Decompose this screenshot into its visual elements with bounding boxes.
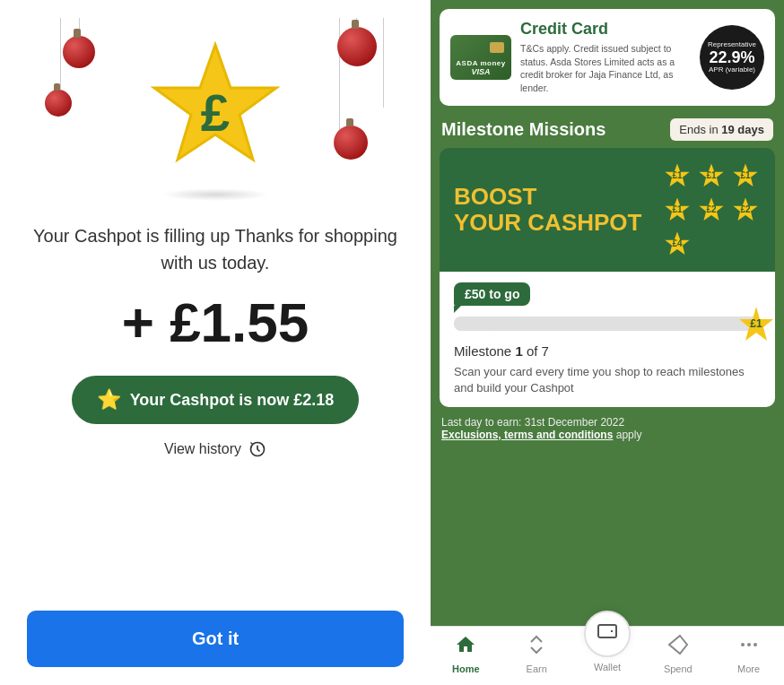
home-icon [455, 634, 476, 661]
exclusions-suffix: apply [616, 429, 642, 441]
spend-icon [667, 634, 689, 661]
card-title: Credit Card [520, 20, 691, 39]
card-chip [490, 42, 504, 53]
star-icon: ⭐ [97, 388, 121, 412]
more-icon [738, 634, 760, 661]
progress-container: £1 [454, 316, 761, 331]
fifty-to-go-badge: £50 to go [454, 282, 530, 306]
boost-star-7: £4 [662, 229, 693, 259]
ornament-mid-left [45, 90, 72, 117]
milestone-of: of 7 [527, 343, 549, 359]
svg-marker-11 [669, 636, 687, 654]
star-decoration: £ [144, 36, 287, 179]
string-2 [60, 18, 61, 99]
nav-earn[interactable]: Earn [510, 634, 563, 674]
progress-bar-fill [454, 316, 500, 331]
ends-badge: Ends in 19 days [670, 118, 773, 141]
asda-card-image: ASDA money VISA [450, 35, 511, 80]
got-it-button[interactable]: Got it [27, 611, 404, 667]
wallet-circle [584, 611, 631, 657]
card-info: Credit Card T&Cs apply. Credit issued su… [520, 20, 691, 95]
ornament-top-right [337, 27, 377, 66]
last-day-text: Last day to earn: 31st December 2022 [441, 416, 773, 429]
boost-star-4: £1 [662, 195, 693, 225]
progress-star: £1 [736, 303, 777, 344]
card-network-text: VISA [471, 67, 490, 76]
boost-line2: YOUR CASHPOT [454, 210, 641, 236]
ends-label: Ends in [679, 123, 718, 136]
ornament-top-left [63, 36, 95, 68]
ornament-bottom-right [334, 126, 368, 160]
credit-card-section[interactable]: ASDA money VISA Credit Card T&Cs apply. … [440, 9, 775, 106]
milestone-header: Milestone Missions Ends in 19 days [431, 113, 784, 148]
milestone-info: Milestone 1 of 7 [454, 343, 761, 359]
nav-home[interactable]: Home [439, 634, 492, 674]
more-label: More [737, 663, 760, 674]
milestone-num: 1 [515, 343, 522, 359]
svg-point-14 [754, 643, 757, 646]
home-label: Home [452, 663, 480, 674]
cashpot-badge-label: Your Cashpot is now £2.18 [130, 391, 335, 410]
wallet-icon [597, 620, 618, 647]
boost-stars: £1 £1 £1 £1 £2 £2 [662, 160, 761, 259]
bottom-nav: Home Earn Wallet Spend [431, 626, 784, 685]
boost-banner: BOOST YOUR CASHPOT £1 £1 £1 £1 [440, 148, 775, 272]
apr-badge: Representative 22.9% APR (variable) [700, 25, 764, 90]
cashpot-amount: + £1.55 [122, 290, 309, 354]
nav-more[interactable]: More [722, 634, 776, 674]
right-panel: ASDA money VISA Credit Card T&Cs apply. … [431, 0, 784, 685]
card-brand-text: ASDA money [456, 59, 505, 67]
spend-label: Spend [664, 663, 693, 674]
svg-rect-10 [598, 625, 616, 637]
ends-days: 19 days [721, 123, 764, 136]
view-history-label: View history [164, 441, 241, 457]
nav-spend[interactable]: Spend [651, 634, 705, 674]
terms-section: Last day to earn: 31st December 2022 Exc… [431, 407, 784, 450]
history-icon [248, 440, 266, 458]
earn-icon [526, 634, 547, 661]
card-description: T&Cs apply. Credit issued subject to sta… [520, 42, 691, 95]
nav-wallet[interactable]: Wallet [580, 636, 634, 672]
wallet-label: Wallet [594, 662, 621, 672]
exclusions-line: Exclusions, terms and conditions apply [441, 429, 773, 441]
milestone-card: £50 to go £1 Milestone 1 of 7 Scan your … [440, 272, 775, 407]
left-panel: £ Your Cashpot is filling up Thanks for … [0, 0, 431, 685]
milestone-missions-title: Milestone Missions [441, 119, 605, 140]
progress-star-label: £1 [750, 317, 762, 330]
cashpot-badge: ⭐ Your Cashpot is now £2.18 [72, 376, 360, 424]
boost-star-2: £1 [696, 160, 727, 191]
boost-star-3: £1 [730, 160, 761, 191]
milestone-text: Milestone [454, 343, 511, 359]
view-history-link[interactable]: View history [164, 440, 266, 458]
svg-point-13 [747, 643, 751, 646]
string-5 [383, 18, 384, 108]
exclusions-link[interactable]: Exclusions, terms and conditions [441, 429, 613, 441]
svg-point-12 [741, 643, 745, 646]
cashpot-message: Your Cashpot is filling up Thanks for sh… [27, 222, 404, 276]
boost-line1: BOOST [454, 184, 641, 210]
boost-star-5: £2 [696, 195, 727, 225]
apr-label: APR (variable) [709, 65, 755, 74]
apr-value: 22.9% [709, 49, 754, 65]
boost-text: BOOST YOUR CASHPOT [454, 184, 641, 235]
pound-symbol: £ [201, 82, 230, 143]
boost-star-6: £2 [730, 195, 761, 225]
boost-star-1: £1 [662, 160, 693, 191]
progress-bar-background [454, 316, 761, 331]
christmas-decoration: £ [27, 18, 404, 197]
milestone-description: Scan your card every time you shop to re… [454, 364, 761, 396]
earn-label: Earn [527, 663, 547, 674]
